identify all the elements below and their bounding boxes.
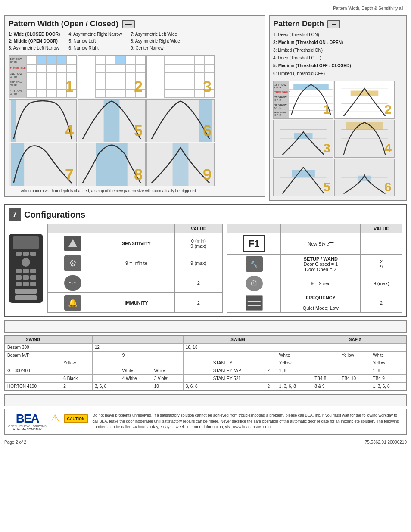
sensitivity-value: 0 (min)9 (max) xyxy=(177,238,220,249)
pattern-grid-cell-1: 1ST ROW OF IR THRESHOLD 2ND ROW OF IR 3R… xyxy=(9,55,77,98)
pattern-grid-cell-4: 4 xyxy=(9,99,77,142)
col-icon-header xyxy=(48,224,98,233)
svg-rect-0 xyxy=(11,100,16,142)
svg-rect-19 xyxy=(294,133,313,139)
config-number: 7 xyxy=(9,208,21,221)
swing-row-besam300: Besam 300 12 16, 18 xyxy=(5,344,406,352)
pattern-grid-row-3: 7 8 9 xyxy=(9,143,261,186)
pattern-grid-cell-2: 2 xyxy=(78,55,146,98)
pattern-grid-row-1: 1ST ROW OF IR THRESHOLD 2ND ROW OF IR 3R… xyxy=(9,55,261,98)
pattern-depth-title: Pattern Depth ▬ xyxy=(273,19,402,28)
svg-rect-3 xyxy=(11,143,25,186)
svg-rect-23 xyxy=(346,122,383,129)
config-row-infinite: ⚙ 9 = Infinite 9 (max) xyxy=(48,253,223,273)
svg-rect-27 xyxy=(292,170,315,177)
config-right-table: VALUE F1 New Style‾‾‾‾ xyxy=(227,224,402,313)
svg-rect-5 xyxy=(173,143,189,186)
config-section: 7 Configurations xyxy=(4,204,407,317)
warning-triangle: ⚠ xyxy=(51,413,59,424)
dots-value: 2 xyxy=(177,280,220,286)
swing-section: SWING SWING SAF 2 Besam 300 12 xyxy=(4,335,407,391)
depth-grid-cell-5: 5 xyxy=(273,159,333,196)
footer-text: Do not leave problems unresolved. If a s… xyxy=(93,413,403,430)
page-num: Page 2 of 2 xyxy=(4,440,26,445)
setup-label: SETUP / WAND Door Closed = 1 Door Open =… xyxy=(283,256,358,272)
depth-grid-row-3: 5 6 xyxy=(273,159,402,196)
bea-text: BEA xyxy=(16,413,39,425)
pattern-grid-cell-6: 6 xyxy=(146,99,215,142)
depth-grids: 1ST ROW OF IR THRESHOLD 2ND ROW OF IR 3R… xyxy=(273,81,402,196)
swing-row-yellow: Yellow STANLEY L Yellow Yellow xyxy=(5,359,406,367)
pattern-grid-cell-8: 8 xyxy=(78,143,146,186)
open-horizons-text: OPEN UP NEW HORIZONS xyxy=(8,425,47,428)
immunity-icon: 🔔 xyxy=(64,295,81,311)
pattern-grid-cell-5: 5 xyxy=(78,99,146,142)
swing-row-6black: 6 Black 4 White 3 Violet STANLEY 521 TB4… xyxy=(5,375,406,383)
remote-container xyxy=(9,224,43,313)
immunity-label: IMMUNITY xyxy=(101,300,172,305)
bea-logo: BEA OPEN UP NEW HORIZONS A HALMA COMPANY xyxy=(8,413,47,431)
footer-section: BEA OPEN UP NEW HORIZONS A HALMA COMPANY… xyxy=(4,409,407,435)
upper-sections: Pattern Width (Open / Closed) ▬▬ 1: Wide… xyxy=(4,15,407,201)
page-footer: Page 2 of 2 75.5362.01 20090210 xyxy=(4,438,407,446)
clock-icon: ⏱ xyxy=(246,276,263,291)
svg-rect-31 xyxy=(358,176,371,181)
spacer-box-1 xyxy=(4,320,407,333)
pattern-width-icon: ▬▬ xyxy=(122,20,135,28)
config-row-timer: ⏱ 9 = 9 sec 9 (max) xyxy=(227,274,402,293)
top-header: Pattern Width, Depth & Sensitivity all xyxy=(4,4,407,12)
depth-grid-cell-2: 2 xyxy=(334,81,395,119)
depth-grid-cell-6: 6 xyxy=(334,159,395,196)
sensitivity-icon xyxy=(64,236,81,251)
setup-value: 29 xyxy=(363,259,399,269)
svg-rect-1 xyxy=(104,100,120,142)
col-icon-header-r xyxy=(227,224,281,233)
pattern-grid-cell-9: 9 xyxy=(146,143,215,186)
infinite-label: 9 = Infinite xyxy=(101,261,172,266)
depth-grid-cell-3: 3 xyxy=(273,120,333,158)
config-row-immunity: 🔔 IMMUNITY 2 xyxy=(48,293,223,313)
swing-table: SWING SWING SAF 2 Besam 300 12 xyxy=(5,336,406,390)
depth-grid-cell-4: 4 xyxy=(334,120,395,158)
swing-header-row: SWING SWING SAF 2 xyxy=(5,336,406,344)
pattern-width-note: ____ : When pattern width or depth is ch… xyxy=(9,187,261,193)
immunity-value: 2 xyxy=(177,300,220,305)
svg-rect-4 xyxy=(96,143,128,186)
swing-row-horton: HORTON 4190 2 3, 6, 8 10 3, 6, 8 2 1, 3,… xyxy=(5,383,406,390)
config-row-setup: 🔧 SETUP / WAND Door Closed = 1 Door Open… xyxy=(227,255,402,274)
col-label-header xyxy=(98,224,175,233)
col-value-header: VALUE xyxy=(174,224,222,233)
pattern-depth-section: Pattern Depth ▬ 1: Deep (Threshold ON) 2… xyxy=(269,15,407,201)
config-row-frequency: ▬▬▬▬▬▬ FREQUENCY Quiet Mode; Low 2 xyxy=(227,293,402,313)
f1-icon: F1 xyxy=(243,235,265,252)
col-label-header-r xyxy=(281,224,361,233)
frequency-label: FREQUENCY Quiet Mode; Low xyxy=(283,295,358,311)
pattern-depth-icon: ▬ xyxy=(327,20,340,28)
pattern-width-list: 1: Wide (CLOSED DOOR) 2: Middle (OPEN DO… xyxy=(9,31,261,52)
config-left-table: VALUE SENSITIVITY xyxy=(47,224,223,313)
config-row-dots: •·• 2 xyxy=(48,273,223,293)
config-row-f1: F1 New Style‾‾‾‾ xyxy=(227,233,402,255)
pattern-width-section: Pattern Width (Open / Closed) ▬▬ 1: Wide… xyxy=(4,15,265,197)
pattern-grid-row-2: 4 5 6 xyxy=(9,99,261,142)
wand-icon: 🔧 xyxy=(246,256,263,272)
gear-icon: ⚙ xyxy=(64,255,81,271)
pattern-grid-cell-3: 3 xyxy=(146,55,215,98)
header-subtitle: Pattern Width, Depth & Sensitivity all xyxy=(333,6,403,11)
remote-control xyxy=(9,234,43,303)
spacer-box-2 xyxy=(4,394,407,406)
frequency-value: 2 xyxy=(363,300,399,305)
config-content: VALUE SENSITIVITY xyxy=(9,224,402,313)
depth-grid-cell-1: 1ST ROW OF IR THRESHOLD 2ND ROW OF IR 3R… xyxy=(273,81,333,119)
sensitivity-label: SENSITIVITY xyxy=(101,241,172,246)
doc-num: 75.5362.01 20090210 xyxy=(365,440,407,445)
timer-value: 9 (max) xyxy=(363,281,399,286)
company-text: A HALMA COMPANY xyxy=(13,428,42,431)
depth-grid-row-2: 3 4 xyxy=(273,120,402,158)
frequency-icon: ▬▬▬▬▬▬ xyxy=(246,295,263,311)
svg-marker-32 xyxy=(68,239,77,247)
infinite-value: 9 (max) xyxy=(177,261,220,266)
pattern-grid-cell-7: 7 xyxy=(9,143,77,186)
caution-box: CAUTION xyxy=(64,414,88,423)
config-row-sensitivity: SENSITIVITY 0 (min)9 (max) xyxy=(48,233,223,253)
